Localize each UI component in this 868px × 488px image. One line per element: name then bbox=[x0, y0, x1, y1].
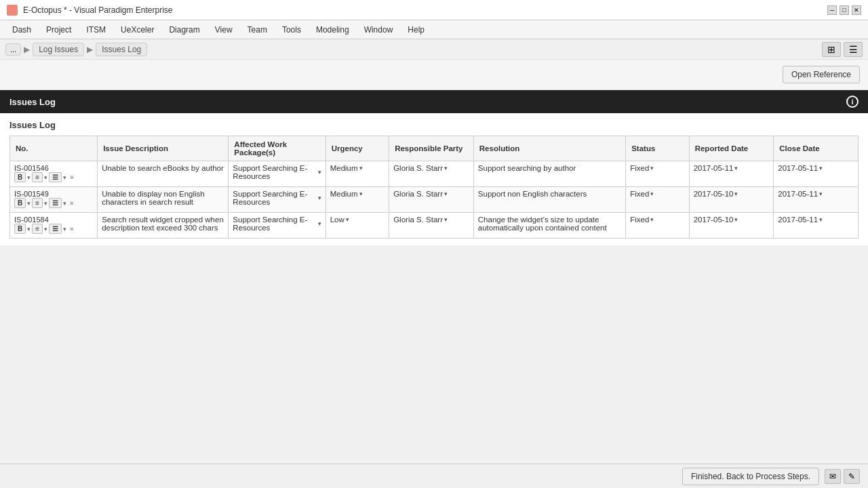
breadcrumb-toolbar-icons: ⊞ ☰ bbox=[822, 42, 863, 57]
menu-modeling[interactable]: Modeling bbox=[309, 22, 356, 37]
col-close-date: Close Date bbox=[774, 136, 859, 161]
row2-urgency: Medium ▾ bbox=[326, 187, 389, 213]
breadcrumb-log-issues[interactable]: Log Issues bbox=[33, 43, 84, 56]
menu-project[interactable]: Project bbox=[39, 22, 78, 37]
row3-urgency: Low ▾ bbox=[326, 213, 389, 239]
row1-close-date: 2017-05-11 ▾ bbox=[774, 161, 859, 187]
row1-responsible: Gloria S. Starr ▾ bbox=[389, 161, 474, 187]
row2-urgency-dropdown[interactable]: ▾ bbox=[359, 190, 363, 197]
row1-bold-btn[interactable]: B bbox=[14, 172, 26, 182]
row3-resolution[interactable]: Change the widget's size to update autom… bbox=[473, 213, 625, 239]
row2-reported-dropdown[interactable]: ▾ bbox=[734, 190, 738, 197]
minimize-button[interactable]: ─ bbox=[827, 5, 837, 15]
close-button[interactable]: ✕ bbox=[852, 5, 861, 15]
table-row: IS-001549 B ▾ ≡ ▾ ☰ ▾ » Unable to displa… bbox=[10, 187, 859, 213]
row2-status: Fixed ▾ bbox=[626, 187, 689, 213]
row3-toolbar: B ▾ ≡ ▾ ☰ ▾ » bbox=[14, 224, 93, 234]
row3-close-dropdown[interactable]: ▾ bbox=[819, 216, 823, 223]
menu-diagram[interactable]: Diagram bbox=[162, 22, 206, 37]
table-row: IS-001546 B ▾ ≡ ▾ ☰ ▾ » Unable to search… bbox=[10, 161, 859, 187]
row1-reported-date: 2017-05-11 ▾ bbox=[689, 161, 774, 187]
row2-responsible-dropdown[interactable]: ▾ bbox=[444, 190, 448, 197]
window-controls: ─ □ ✕ bbox=[827, 5, 861, 15]
app-title: E-Octopus * - Visual Paradigm Enterprise bbox=[23, 5, 173, 15]
row1-toolbar: B ▾ ≡ ▾ ☰ ▾ » bbox=[14, 172, 93, 182]
issues-table: No. Issue Description Affected Work Pack… bbox=[9, 136, 859, 239]
menu-view[interactable]: View bbox=[208, 22, 239, 37]
row3-affected-dropdown[interactable]: ▾ bbox=[318, 220, 321, 227]
col-status: Status bbox=[626, 136, 689, 161]
issues-log-info-icon[interactable]: i bbox=[846, 96, 859, 108]
row2-expand-btn[interactable]: » bbox=[68, 199, 76, 207]
row3-expand-btn[interactable]: » bbox=[68, 224, 76, 233]
row2-align-btn[interactable]: ≡ bbox=[32, 198, 43, 208]
row3-description[interactable]: Search result widget cropped when descri… bbox=[98, 213, 229, 239]
issues-log-header-title: Issues Log bbox=[9, 97, 56, 107]
breadcrumb-sep-1: ▶ bbox=[24, 45, 30, 54]
row1-align-btn[interactable]: ≡ bbox=[32, 172, 43, 182]
row1-affected-dropdown[interactable]: ▾ bbox=[318, 169, 321, 176]
app-icon bbox=[7, 5, 18, 16]
open-reference-area: Open Reference bbox=[0, 60, 868, 90]
title-bar: E-Octopus * - Visual Paradigm Enterprise… bbox=[0, 0, 868, 20]
breadcrumb-bar: ... ▶ Log Issues ▶ Issues Log ⊞ ☰ bbox=[0, 39, 868, 60]
row1-no: IS-001546 B ▾ ≡ ▾ ☰ ▾ » bbox=[10, 161, 98, 187]
row1-status-dropdown[interactable]: ▾ bbox=[650, 165, 654, 171]
menu-tools[interactable]: Tools bbox=[275, 22, 308, 37]
row3-status: Fixed ▾ bbox=[626, 213, 689, 239]
bottom-bar: Finished. Back to Process Steps. ✉ ✎ bbox=[0, 464, 868, 488]
row2-close-dropdown[interactable]: ▾ bbox=[819, 190, 823, 197]
open-reference-button[interactable]: Open Reference bbox=[783, 66, 860, 83]
main-content: Issues Log No. Issue Description Affecte… bbox=[0, 113, 868, 245]
row3-status-dropdown[interactable]: ▾ bbox=[650, 216, 654, 223]
row2-reported-date: 2017-05-10 ▾ bbox=[689, 187, 774, 213]
breadcrumb-more[interactable]: ... bbox=[5, 43, 21, 56]
row3-list-btn[interactable]: ☰ bbox=[49, 224, 62, 234]
section-title: Issues Log bbox=[9, 120, 859, 130]
row2-resolution[interactable]: Support non English characters bbox=[473, 187, 625, 213]
row2-list-btn[interactable]: ☰ bbox=[49, 198, 62, 208]
col-responsible-party: Responsible Party bbox=[389, 136, 474, 161]
row3-bold-btn[interactable]: B bbox=[14, 224, 26, 234]
row1-urgency: Medium ▾ bbox=[326, 161, 389, 187]
row2-bold-btn[interactable]: B bbox=[14, 198, 26, 208]
row1-reported-dropdown[interactable]: ▾ bbox=[734, 165, 738, 171]
menu-window[interactable]: Window bbox=[357, 22, 400, 37]
row2-status-dropdown[interactable]: ▾ bbox=[650, 190, 654, 197]
row1-resolution[interactable]: Support searching by author bbox=[473, 161, 625, 187]
finished-button[interactable]: Finished. Back to Process Steps. bbox=[682, 468, 819, 485]
edit-icon[interactable]: ✎ bbox=[844, 469, 860, 484]
row1-description[interactable]: Unable to search eBooks by author bbox=[98, 161, 229, 187]
breadcrumb-sep-2: ▶ bbox=[87, 45, 93, 54]
row3-no: IS-001584 B ▾ ≡ ▾ ☰ ▾ » bbox=[10, 213, 98, 239]
row3-reported-dropdown[interactable]: ▾ bbox=[734, 216, 738, 223]
menu-team[interactable]: Team bbox=[241, 22, 274, 37]
row1-close-dropdown[interactable]: ▾ bbox=[819, 165, 823, 171]
row1-responsible-dropdown[interactable]: ▾ bbox=[444, 165, 448, 171]
row3-urgency-dropdown[interactable]: ▾ bbox=[346, 216, 349, 223]
col-urgency: Urgency bbox=[326, 136, 389, 161]
row2-no: IS-001549 B ▾ ≡ ▾ ☰ ▾ » bbox=[10, 187, 98, 213]
col-no: No. bbox=[10, 136, 98, 161]
row1-status: Fixed ▾ bbox=[626, 161, 689, 187]
menu-dash[interactable]: Dash bbox=[5, 22, 38, 37]
table-row: IS-001584 B ▾ ≡ ▾ ☰ ▾ » Search result wi… bbox=[10, 213, 859, 239]
row2-toolbar: B ▾ ≡ ▾ ☰ ▾ » bbox=[14, 198, 93, 208]
row2-affected-dropdown[interactable]: ▾ bbox=[318, 195, 321, 201]
breadcrumb-issues-log[interactable]: Issues Log bbox=[96, 43, 147, 56]
list-view-icon[interactable]: ☰ bbox=[844, 42, 863, 57]
menu-bar: Dash Project ITSM UeXceler Diagram View … bbox=[0, 20, 868, 39]
maximize-button[interactable]: □ bbox=[840, 5, 849, 15]
row1-urgency-dropdown[interactable]: ▾ bbox=[359, 165, 363, 171]
col-issue-description: Issue Description bbox=[98, 136, 229, 161]
row2-description[interactable]: Unable to display non English characters… bbox=[98, 187, 229, 213]
row3-align-btn[interactable]: ≡ bbox=[32, 224, 43, 234]
menu-uexceler[interactable]: UeXceler bbox=[114, 22, 161, 37]
row1-list-btn[interactable]: ☰ bbox=[49, 172, 62, 182]
row1-expand-btn[interactable]: » bbox=[68, 173, 76, 182]
menu-help[interactable]: Help bbox=[401, 22, 431, 37]
mail-icon[interactable]: ✉ bbox=[825, 469, 841, 484]
grid-view-icon[interactable]: ⊞ bbox=[822, 42, 841, 57]
row3-responsible-dropdown[interactable]: ▾ bbox=[444, 216, 448, 223]
menu-itsm[interactable]: ITSM bbox=[79, 22, 113, 37]
